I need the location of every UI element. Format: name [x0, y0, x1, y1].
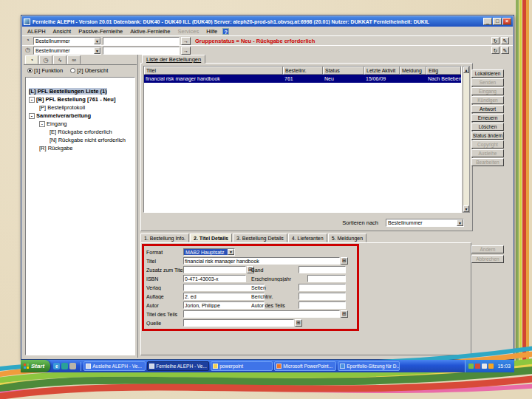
start-button[interactable]: Start	[21, 360, 50, 372]
tree-collapse-icon[interactable]: -	[39, 121, 45, 127]
close-button[interactable]: ×	[502, 18, 511, 25]
tab-history-icon[interactable]: ◷	[39, 55, 52, 64]
radio-uebersicht[interactable]: [2] Übersicht	[70, 67, 108, 74]
table-row[interactable]: financial risk manager handbook 761 Neu …	[144, 75, 461, 83]
antwort-button[interactable]: Antwort	[471, 105, 504, 113]
edit-icon[interactable]: ✎	[501, 47, 509, 54]
tree-item-rueckgabe[interactable]: [R] Rückgabe	[26, 144, 134, 152]
band-field[interactable]	[299, 266, 346, 273]
minimize-button[interactable]: _	[483, 18, 492, 25]
chevron-down-icon[interactable]: ▼	[457, 219, 463, 226]
tree-collapse-icon[interactable]: -	[29, 97, 35, 103]
berichtnr-field[interactable]	[299, 293, 346, 300]
search-input-1[interactable]	[103, 37, 180, 45]
expand-button[interactable]: ⊞	[341, 310, 348, 318]
field-selector-1[interactable]: Bestellnummer ▼	[33, 37, 101, 45]
menu-aktive-fernleihe[interactable]: Aktive-Fernleihe	[126, 28, 174, 35]
scroll-down-icon[interactable]: ▼	[463, 205, 469, 212]
lokalisieren-button[interactable]: Lokalisieren	[471, 69, 504, 78]
tab-lieferanten[interactable]: 4. Lieferanten	[288, 233, 327, 242]
tab-bestellung-info[interactable]: 1. Bestellung Info.	[140, 233, 189, 242]
field-selector-2[interactable]: Bestellnummer ▼	[33, 47, 101, 55]
browser-icon[interactable]: e	[53, 363, 60, 369]
maximize-button[interactable]: □	[493, 18, 502, 25]
bearbeiten-button: Bearbeiten	[471, 158, 504, 166]
autor-des-teils-field[interactable]	[299, 301, 346, 309]
quelle-field[interactable]	[183, 319, 294, 327]
expand-button[interactable]: ⊞	[341, 257, 348, 265]
tray-icon-red[interactable]	[475, 364, 480, 369]
tray-icon-yellow[interactable]	[488, 364, 494, 369]
menu-passive-fernleihe[interactable]: Passive-Fernleihe	[75, 28, 126, 35]
titel-des-teils-field[interactable]	[183, 310, 340, 318]
tree-item-eingang[interactable]: -Eingang	[26, 120, 134, 128]
table-header-letzte-aktivitaet[interactable]: Letzte Aktivit	[364, 66, 400, 75]
task-microsoft-powerpoint[interactable]: Microsoft PowerPoint...	[274, 361, 336, 371]
title-bar[interactable]: Fernleihe ALEPH - Version 20.01 Datenban…	[22, 16, 513, 27]
table-header-titel[interactable]: Titel	[144, 66, 283, 75]
folder-icon	[213, 364, 218, 369]
tree-collapse-icon[interactable]: -	[29, 113, 35, 119]
radio-funktion[interactable]: [1] Funktion	[27, 67, 63, 74]
verlag-label: Verlag	[146, 285, 183, 290]
loeschen-button[interactable]: Löschen	[471, 123, 504, 131]
tab-admin-icon[interactable]: ϟ	[53, 55, 66, 64]
go-button-2[interactable]: →	[181, 47, 191, 55]
seiten-field[interactable]	[299, 284, 346, 291]
menu-aleph[interactable]: ALEPH	[24, 28, 50, 35]
zusatz-field[interactable]	[183, 266, 246, 273]
tree-item-rueckgabe-erforderlich[interactable]: [E] Rückgabe erforderlich	[26, 128, 134, 136]
expand-button[interactable]: ⊞	[295, 319, 302, 327]
table-header-bestellnr[interactable]: Bestellnr.	[283, 66, 323, 75]
menu-ansicht[interactable]: Ansicht	[50, 28, 75, 35]
menu-hilfe[interactable]: Hilfe	[202, 28, 221, 35]
tree-item-pfl-bestellung[interactable]: -[B] PFL Bestellung [761 - Neu]	[26, 95, 134, 103]
tab-bestellung-details[interactable]: 3. Bestellung Details	[233, 233, 287, 242]
cell-meldung	[400, 75, 426, 83]
isbn-field[interactable]	[183, 275, 246, 282]
tree-item-sammelverarbeitung[interactable]: -Sammelverarbeitung	[26, 112, 134, 120]
tab-search-icon[interactable]: ∞	[67, 55, 81, 64]
tab-meldungen[interactable]: 5. Meldungen	[328, 233, 366, 242]
sort-selector[interactable]: Bestellnummer ▼	[386, 219, 464, 227]
tree-item-rueckgabe-nicht-erforderlich[interactable]: [N] Rückgabe nicht erforderlich	[26, 136, 134, 144]
app-shortcut-icon[interactable]	[69, 363, 76, 369]
chevron-down-icon[interactable]: ▼	[94, 38, 100, 44]
system-tray: 15:03	[465, 360, 514, 372]
task-fernleihe-aleph[interactable]: Fernleihe ALEPH - Ve...	[147, 361, 209, 371]
tab-requests-icon[interactable]: ◔	[25, 55, 38, 64]
tray-icon-green[interactable]	[468, 364, 474, 369]
task-powerpoint-folder[interactable]: powerpoint	[211, 361, 273, 371]
edit-icon[interactable]: ✎	[501, 37, 509, 44]
radio-dot	[70, 68, 75, 73]
table-header-status[interactable]: Status	[323, 66, 364, 75]
table-header-meldung[interactable]: Meldung	[400, 66, 426, 75]
refresh-icon[interactable]: ↻	[491, 47, 499, 54]
erneuern-button[interactable]: Erneuern	[471, 114, 504, 122]
help-icon[interactable]: ?	[222, 28, 229, 35]
task-eportfolio[interactable]: Eportfolio-Sitzung für D...	[338, 361, 400, 371]
tab-titel-details[interactable]: 2. Titel Details	[190, 233, 232, 242]
sort-label: Sortieren nach	[342, 219, 378, 226]
tree-item-bestellungen-liste[interactable]: [L] PFL Bestellungen Liste (1)	[26, 87, 134, 95]
chevron-down-icon[interactable]: ▼	[228, 249, 234, 255]
tab-liste-der-bestellungen[interactable]: Liste der Bestellungen	[142, 55, 205, 64]
format-select[interactable]: MAB2 Hauptsatz ▼	[183, 248, 235, 256]
tree-item-bestellprotokoll[interactable]: [P] Bestellprotokoll	[26, 103, 134, 112]
scroll-up-icon[interactable]: ▲	[463, 66, 469, 73]
desktop-icon[interactable]	[61, 363, 68, 369]
search-input-2[interactable]	[103, 47, 180, 55]
erscheinungsjahr-field[interactable]	[307, 275, 346, 282]
window-title: Fernleihe ALEPH - Version 20.01 Datenban…	[33, 19, 481, 24]
titel-field[interactable]	[183, 257, 340, 265]
go-button-1[interactable]: →	[181, 37, 191, 45]
tray-icon-white[interactable]	[482, 364, 487, 369]
quelle-label: Quelle	[146, 321, 183, 326]
table-header-eilig[interactable]: Eilig	[426, 66, 461, 75]
panel-tab-strip: ◔ ◷ ϟ ∞	[24, 55, 137, 65]
status-aendern-button[interactable]: Status ändern	[471, 132, 504, 140]
task-ausleihe-aleph[interactable]: Ausleihe ALEPH - Ve...	[83, 361, 146, 371]
refresh-icon[interactable]: ↻	[491, 37, 499, 44]
chevron-down-icon[interactable]: ▼	[94, 47, 100, 54]
table-scrollbar[interactable]: ▲ ▼	[463, 66, 470, 213]
